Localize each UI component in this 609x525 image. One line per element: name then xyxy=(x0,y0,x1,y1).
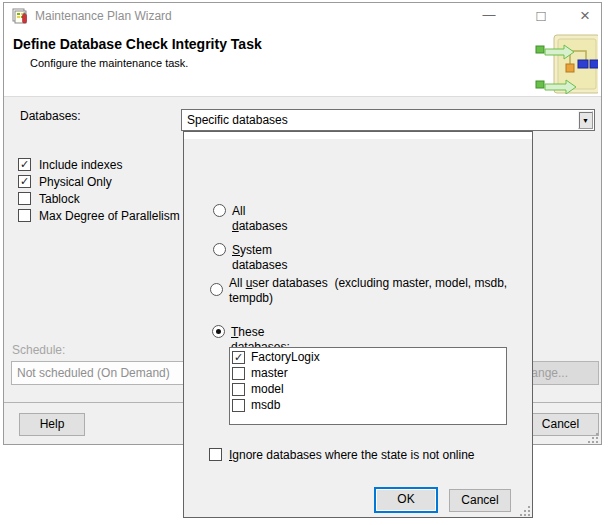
msdb-label: msdb xyxy=(251,398,280,412)
window-resize-grip[interactable] xyxy=(588,433,599,444)
ok-button[interactable]: OK xyxy=(374,487,438,513)
include-indexes-checkbox[interactable]: ✓ xyxy=(18,158,31,171)
list-item-msdb[interactable]: msdb xyxy=(232,398,506,414)
msdb-checkbox[interactable] xyxy=(232,399,245,412)
maximize-button[interactable]: □ xyxy=(525,3,557,30)
popup-resize-grip[interactable] xyxy=(520,506,531,517)
wizard-header: Define Database Check Integrity Task Con… xyxy=(4,30,601,97)
list-item-model[interactable]: model xyxy=(232,382,506,398)
maintenance-plan-icon[interactable] xyxy=(12,8,29,25)
tablock-checkbox[interactable] xyxy=(18,192,31,205)
system-databases-label[interactable]: System databases xyxy=(232,243,287,273)
screenshot-canvas: Maintenance Plan Wizard — □ × Define Dat… xyxy=(0,0,609,525)
max-degree-parallelism-label[interactable]: Max Degree of Parallelism xyxy=(39,209,180,223)
list-item-factorylogix[interactable]: ✓FactoryLogix xyxy=(232,350,506,366)
databases-combobox-dropdown-button[interactable]: ▼ xyxy=(578,111,593,129)
include-indexes-label[interactable]: Include indexes xyxy=(39,158,122,172)
close-icon: × xyxy=(580,6,590,25)
databases-listbox[interactable]: ✓FactoryLogix master model msdb xyxy=(229,347,507,425)
popup-cancel-button[interactable]: Cancel xyxy=(449,489,511,512)
databases-combobox-value: Specific databases xyxy=(187,110,288,130)
minimize-icon: — xyxy=(483,7,496,22)
help-button[interactable]: Help xyxy=(19,413,85,436)
physical-only-label[interactable]: Physical Only xyxy=(39,175,112,189)
page-subtitle: Configure the maintenance task. xyxy=(30,57,188,69)
all-databases-label[interactable]: All databases xyxy=(232,204,287,234)
factorylogix-label: FactoryLogix xyxy=(251,350,320,364)
system-databases-radio[interactable] xyxy=(213,243,226,256)
factorylogix-checkbox[interactable]: ✓ xyxy=(232,351,245,364)
all-databases-radio[interactable] xyxy=(213,204,226,217)
model-label: model xyxy=(251,382,284,396)
databases-combobox[interactable]: Specific databases ▼ xyxy=(181,109,595,131)
databases-label: Databases: xyxy=(20,109,81,123)
schedule-label: Schedule: xyxy=(12,343,65,357)
schedule-value: Not scheduled (On Demand) xyxy=(17,366,170,380)
minimize-button[interactable]: — xyxy=(473,3,505,30)
ignore-offline-checkbox[interactable] xyxy=(209,448,222,461)
these-databases-radio[interactable] xyxy=(212,325,225,338)
popup-top-strip xyxy=(184,132,532,139)
window-title: Maintenance Plan Wizard xyxy=(35,3,172,30)
max-degree-parallelism-checkbox[interactable] xyxy=(18,209,31,222)
all-user-databases-radio[interactable] xyxy=(210,283,223,296)
titlebar: Maintenance Plan Wizard — □ × xyxy=(4,3,601,30)
page-title: Define Database Check Integrity Task xyxy=(13,36,262,52)
ignore-offline-label[interactable]: Ignore databases where the state is not … xyxy=(229,448,475,462)
tablock-label[interactable]: Tablock xyxy=(39,192,80,206)
master-label: master xyxy=(251,366,288,380)
all-user-databases-label[interactable]: All user databases (excluding master, mo… xyxy=(229,276,527,306)
chevron-down-icon: ▼ xyxy=(582,117,589,124)
list-item-master[interactable]: master xyxy=(232,366,506,382)
database-selection-popup: All databases System databases All user … xyxy=(183,131,533,518)
maintenance-task-graphic-icon xyxy=(534,34,598,94)
physical-only-checkbox[interactable]: ✓ xyxy=(18,175,31,188)
master-checkbox[interactable] xyxy=(232,367,245,380)
model-checkbox[interactable] xyxy=(232,383,245,396)
close-button[interactable]: × xyxy=(569,3,601,30)
maximize-icon: □ xyxy=(536,7,545,24)
